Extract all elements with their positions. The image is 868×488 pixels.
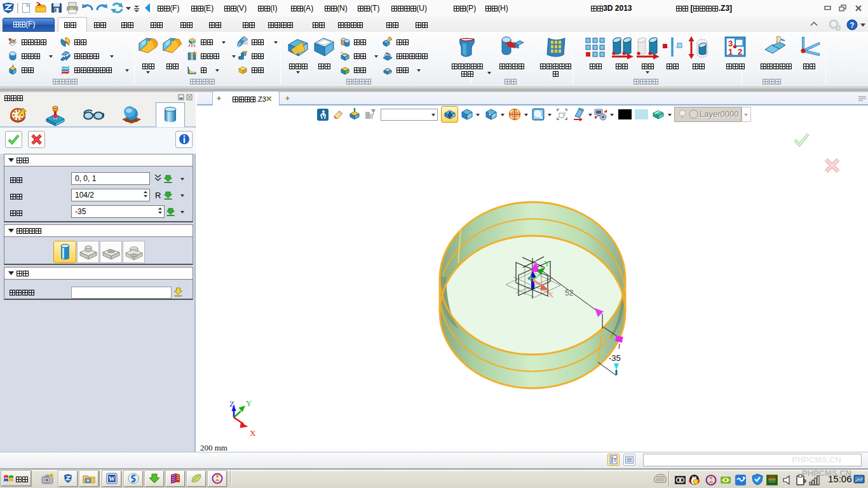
svg-text:?: ? [850, 21, 854, 30]
svg-text:X: X [250, 428, 256, 438]
svg-text:z: z [534, 259, 537, 266]
svg-text:T: T [613, 457, 617, 463]
svg-text:Y: Y [246, 398, 252, 408]
svg-text:Z: Z [229, 399, 234, 409]
svg-text:52: 52 [565, 288, 574, 297]
svg-text:Y: Y [544, 259, 550, 268]
svg-text:1: 1 [728, 47, 733, 57]
svg-text:2: 2 [738, 47, 742, 57]
svg-text:200 mm: 200 mm [200, 443, 227, 452]
svg-text:X: X [548, 290, 554, 299]
svg-text:-35: -35 [609, 353, 621, 363]
svg-text:W: W [109, 475, 115, 482]
